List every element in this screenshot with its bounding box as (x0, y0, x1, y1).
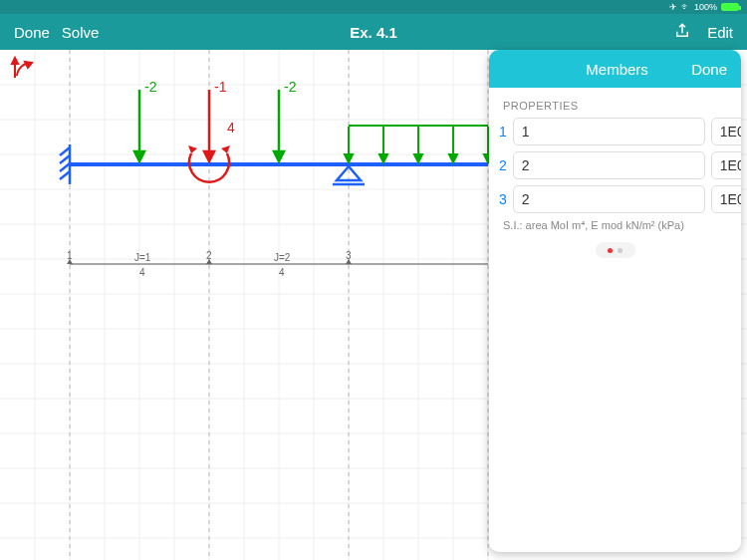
status-bar: ✈ ᯤ 100% (0, 0, 747, 14)
battery-icon (721, 3, 739, 11)
svg-text:4: 4 (139, 267, 145, 278)
page-title: Ex. 4.1 (350, 24, 397, 41)
svg-text:J=1: J=1 (134, 252, 151, 263)
units-note: S.I.: area MoI m⁴, E mod kN/m² (kPa) (499, 219, 731, 232)
row-area-input[interactable] (513, 118, 705, 145)
panel-title: Members (543, 61, 691, 78)
load-point-3 (274, 90, 284, 161)
battery-pct: 100% (694, 2, 717, 12)
row-emod-input[interactable] (711, 185, 741, 213)
row-index[interactable]: 3 (499, 191, 507, 207)
member-row: 1 (499, 118, 731, 145)
done-button[interactable]: Done (14, 24, 50, 41)
load-distributed-icon (345, 125, 492, 162)
members-panel: Members Done PROPERTIES 1 2 3 S.I.: area… (489, 50, 741, 552)
member-row: 2 (499, 151, 731, 179)
load-point-1 (134, 90, 144, 161)
share-icon[interactable] (673, 22, 691, 43)
row-area-input[interactable] (513, 185, 705, 213)
row-emod-input[interactable] (711, 151, 741, 179)
airplane-icon: ✈ (669, 2, 677, 12)
solve-button[interactable]: Solve (62, 24, 100, 41)
svg-line-42 (60, 163, 70, 171)
svg-line-41 (60, 155, 70, 163)
section-header: PROPERTIES (499, 100, 731, 112)
row-emod-input[interactable] (711, 118, 741, 145)
svg-text:J=2: J=2 (274, 252, 291, 263)
row-area-input[interactable] (513, 151, 705, 179)
support-fixed-icon (60, 144, 70, 184)
svg-text:4: 4 (279, 267, 285, 278)
app-header: Done Solve Ex. 4.1 Edit (0, 14, 747, 50)
moment-label: 4 (227, 120, 235, 136)
load-point-2 (204, 90, 214, 161)
wifi-icon: ᯤ (681, 2, 690, 12)
row-index[interactable]: 2 (499, 157, 507, 173)
edit-button[interactable]: Edit (707, 24, 733, 41)
svg-line-43 (60, 171, 70, 179)
panel-done-button[interactable]: Done (691, 61, 727, 78)
member-row: 3 (499, 185, 731, 213)
row-index[interactable]: 1 (499, 124, 507, 140)
axis-icon[interactable] (10, 56, 36, 86)
svg-rect-48 (349, 125, 488, 127)
load-point-1-label: -2 (144, 79, 157, 95)
load-point-2-label: -1 (214, 79, 227, 95)
load-point-3-label: -2 (284, 79, 297, 95)
page-dots[interactable] (596, 242, 635, 258)
